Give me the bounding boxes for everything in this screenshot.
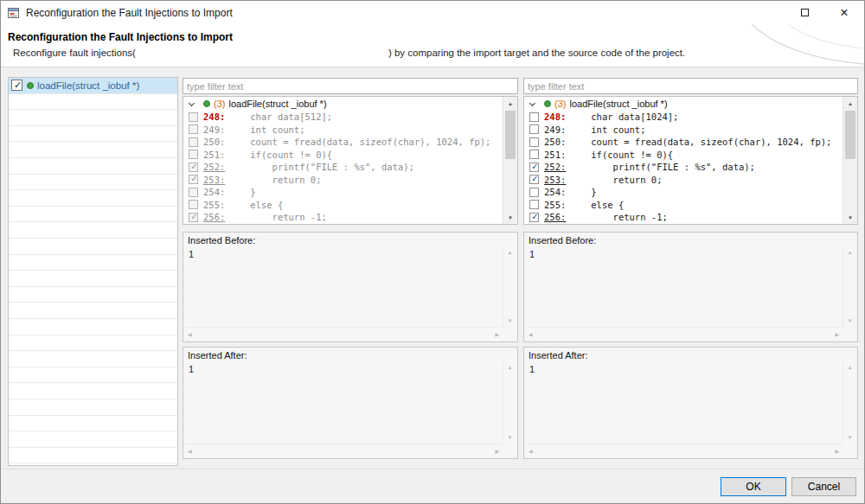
code-line-row[interactable]: 256: return -1;	[524, 211, 843, 224]
scroll-left-icon[interactable]: ◀	[184, 328, 195, 341]
line-checkbox[interactable]	[529, 200, 539, 209]
line-checkbox[interactable]	[529, 124, 539, 134]
line-number: 254:	[544, 187, 569, 197]
scroll-up-icon[interactable]: ▲	[503, 97, 518, 110]
inserted-after-textarea[interactable]: 1	[525, 362, 843, 443]
code-line-row[interactable]: 248: char data[1024];	[524, 111, 843, 124]
vertical-scrollbar[interactable]: ▲ ▼	[843, 246, 856, 327]
line-checkbox[interactable]	[189, 213, 198, 222]
method-icon	[27, 82, 34, 89]
function-list-item[interactable]: loadFile(struct _iobuf *)	[9, 78, 177, 93]
tree-node[interactable]: (3) loadFile(struct _iobuf *)	[524, 97, 843, 111]
horizontal-scrollbar[interactable]: ◀ ▶	[184, 443, 503, 457]
code-tree-content: (3) loadFile(struct _iobuf *) 248: char …	[183, 97, 503, 224]
line-checkbox[interactable]	[189, 150, 198, 159]
line-checkbox[interactable]	[189, 124, 198, 134]
line-checkbox[interactable]	[529, 213, 539, 222]
line-checkbox[interactable]	[529, 112, 539, 122]
scroll-left-icon[interactable]: ◀	[525, 328, 536, 341]
code-line-row[interactable]: 253: return 0;	[524, 174, 843, 187]
ok-button[interactable]: OK	[721, 477, 786, 496]
line-checkbox[interactable]	[529, 150, 539, 159]
line-checkbox[interactable]	[189, 200, 198, 209]
horizontal-scrollbar[interactable]: ◀ ▶	[525, 443, 843, 457]
code-line-row[interactable]: 252: printf("FILE : %s", data);	[524, 161, 843, 174]
scroll-down-icon[interactable]: ▼	[843, 211, 858, 224]
line-number: 249:	[203, 124, 228, 135]
scroll-left-icon[interactable]: ◀	[525, 444, 536, 457]
code-line-row[interactable]: 256: return -1;	[183, 211, 503, 224]
chevron-down-icon[interactable]	[189, 99, 195, 105]
code-line-row[interactable]: 249: int count;	[524, 124, 843, 137]
scroll-down-icon[interactable]: ▼	[503, 211, 518, 224]
scroll-right-icon[interactable]: ▶	[831, 328, 843, 341]
scroll-up-icon[interactable]: ▲	[844, 361, 856, 373]
maximize-button[interactable]	[785, 1, 824, 24]
code-line-row[interactable]: 248: char data[512];	[183, 111, 503, 124]
code-line-row[interactable]: 252: printf("FILE : %s", data);	[183, 161, 503, 174]
scroll-up-icon[interactable]: ▲	[504, 246, 516, 258]
function-list[interactable]: loadFile(struct _iobuf *)	[8, 77, 178, 466]
line-checkbox[interactable]	[189, 137, 198, 147]
code-line-row[interactable]: 249: int count;	[183, 124, 503, 137]
scrollbar-thumb[interactable]	[845, 111, 855, 159]
code-line-row[interactable]: 253: return 0;	[183, 174, 503, 187]
code-line-row[interactable]: 251: if(count != 0){	[183, 149, 503, 162]
line-checkbox[interactable]	[529, 137, 539, 147]
vertical-scrollbar[interactable]: ▲ ▼	[843, 97, 857, 224]
line-checkbox[interactable]	[189, 188, 198, 197]
line-checkbox[interactable]	[529, 175, 539, 184]
line-code: int count;	[228, 124, 305, 135]
horizontal-scrollbar[interactable]: ◀ ▶	[184, 327, 503, 341]
horizontal-scrollbar[interactable]: ◀ ▶	[525, 327, 843, 341]
chevron-down-icon[interactable]	[529, 99, 535, 105]
page-title: Reconfiguration the Fault Injections to …	[8, 31, 233, 43]
scroll-right-icon[interactable]: ▶	[831, 444, 843, 457]
window-title: Reconfiguration the Fault Injections to …	[26, 7, 233, 19]
vertical-scrollbar[interactable]: ▲ ▼	[503, 97, 517, 224]
close-button[interactable]: ×	[824, 1, 864, 24]
vertical-scrollbar[interactable]: ▲ ▼	[503, 246, 516, 327]
line-checkbox[interactable]	[529, 163, 539, 172]
scroll-left-icon[interactable]: ◀	[184, 444, 195, 457]
scrollbar-thumb[interactable]	[505, 111, 516, 159]
vertical-scrollbar[interactable]: ▲ ▼	[843, 361, 856, 443]
scroll-up-icon[interactable]: ▲	[844, 246, 856, 258]
code-line-row[interactable]: 250: count = fread(data, sizeof(char), 1…	[524, 136, 843, 149]
filter-input[interactable]	[523, 78, 858, 94]
scroll-down-icon[interactable]: ▼	[504, 431, 516, 443]
line-checkbox[interactable]	[189, 163, 198, 172]
banner-decoration	[726, 24, 864, 67]
function-checkbox[interactable]	[11, 80, 22, 91]
inserted-before-textarea[interactable]: 1	[184, 247, 503, 327]
scroll-up-icon[interactable]: ▲	[504, 361, 516, 373]
scroll-down-icon[interactable]: ▼	[504, 315, 516, 327]
line-checkbox[interactable]	[529, 188, 539, 197]
code-line-row[interactable]: 254: }	[524, 186, 843, 199]
cancel-button[interactable]: Cancel	[791, 477, 856, 496]
code-tree-content: (3) loadFile(struct _iobuf *) 248: char …	[524, 97, 843, 224]
scroll-up-icon[interactable]: ▲	[843, 97, 858, 110]
code-line-row[interactable]: 254: }	[183, 186, 503, 199]
line-number: 251:	[544, 150, 569, 160]
vertical-scrollbar[interactable]: ▲ ▼	[503, 361, 516, 443]
filter-input[interactable]	[183, 78, 518, 94]
tree-node-count: (3)	[214, 99, 225, 109]
inserted-before-textarea[interactable]: 1	[525, 247, 843, 327]
scroll-right-icon[interactable]: ▶	[491, 444, 503, 457]
line-checkbox[interactable]	[189, 112, 198, 122]
line-code: int count;	[569, 124, 646, 135]
line-number: 248:	[203, 112, 228, 122]
line-checkbox[interactable]	[189, 175, 198, 184]
inserted-after-textarea[interactable]: 1	[184, 362, 503, 443]
code-line-row[interactable]: 255: else {	[183, 199, 503, 212]
code-line-row[interactable]: 250: count = fread(data, sizeof(char), 1…	[183, 136, 503, 149]
code-line-row[interactable]: 251: if(count != 0){	[524, 149, 843, 162]
scroll-down-icon[interactable]: ▼	[844, 431, 856, 443]
scroll-right-icon[interactable]: ▶	[491, 328, 503, 341]
code-line-row[interactable]: 255: else {	[524, 199, 843, 212]
tree-node[interactable]: (3) loadFile(struct _iobuf *)	[183, 97, 503, 111]
scroll-down-icon[interactable]: ▼	[844, 315, 856, 327]
tree-node-label: loadFile(struct _iobuf *)	[228, 99, 326, 109]
line-number: 254:	[203, 187, 228, 197]
